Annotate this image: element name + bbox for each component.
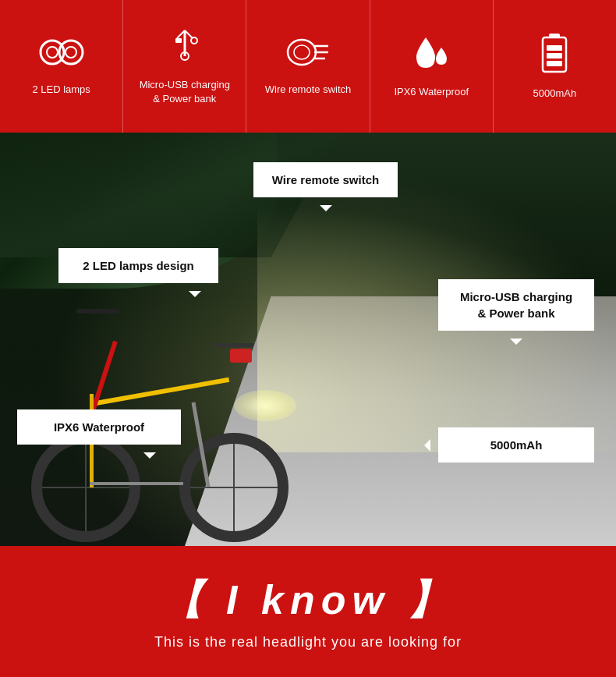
svg-rect-7 bbox=[175, 38, 182, 43]
seat bbox=[76, 309, 119, 314]
callout-battery-label: 5000mAh bbox=[490, 438, 543, 452]
callout-wire-label: Wire remote switch bbox=[272, 173, 379, 186]
led-icon bbox=[38, 35, 85, 75]
footer-subtitle: This is the real headlight you are looki… bbox=[154, 634, 462, 650]
banner-label-usb: Micro-USB charging& Power bank bbox=[140, 78, 230, 106]
bike-section: Wire remote switch 2 LED lamps design Mi… bbox=[0, 133, 616, 546]
battery-icon bbox=[539, 31, 570, 79]
banner-label-switch: Wire remote switch bbox=[265, 83, 352, 97]
banner-item-battery: 5000mAh bbox=[494, 0, 616, 133]
banner-label-battery: 5000mAh bbox=[533, 87, 577, 101]
svg-rect-17 bbox=[547, 61, 562, 66]
headlight-glow bbox=[234, 390, 296, 421]
svg-rect-16 bbox=[549, 34, 560, 38]
callout-usb-label: Micro-USB charging& Power bank bbox=[460, 290, 572, 320]
waterproof-icon bbox=[410, 34, 453, 77]
switch-icon bbox=[285, 35, 331, 75]
banner-item-led: 2 LED lamps bbox=[0, 0, 123, 133]
footer-title: 【 I know 】 bbox=[162, 573, 455, 628]
callout-ipx6: IPX6 Waterproof bbox=[17, 409, 181, 445]
chain-stay bbox=[90, 482, 183, 485]
usb-icon bbox=[169, 27, 200, 70]
svg-point-3 bbox=[65, 47, 76, 58]
svg-rect-18 bbox=[547, 53, 562, 58]
top-banner: 2 LED lamps Micro-USB charging& Power ba… bbox=[0, 0, 616, 133]
callout-ipx6-label: IPX6 Waterproof bbox=[54, 420, 144, 434]
callout-led-lamps: 2 LED lamps design bbox=[58, 248, 218, 283]
banner-item-usb: Micro-USB charging& Power bank bbox=[123, 0, 246, 133]
banner-label-waterproof: IPX6 Waterproof bbox=[394, 85, 469, 99]
svg-point-10 bbox=[288, 40, 316, 65]
callout-battery: 5000mAh bbox=[438, 427, 594, 463]
headlight-unit bbox=[230, 349, 252, 363]
wheel-front bbox=[179, 433, 289, 542]
wheel-rear bbox=[31, 433, 140, 542]
callout-wire-remote: Wire remote switch bbox=[253, 162, 398, 197]
callout-led-label: 2 LED lamps design bbox=[83, 259, 194, 272]
callout-usb-charging: Micro-USB charging& Power bank bbox=[438, 279, 594, 331]
banner-item-switch: Wire remote switch bbox=[246, 0, 370, 133]
svg-point-8 bbox=[191, 37, 197, 44]
svg-point-11 bbox=[294, 45, 310, 59]
svg-point-2 bbox=[47, 47, 58, 58]
svg-rect-19 bbox=[547, 45, 562, 51]
banner-label-led: 2 LED lamps bbox=[32, 83, 90, 97]
handlebar bbox=[214, 343, 253, 347]
banner-item-waterproof: IPX6 Waterproof bbox=[370, 0, 494, 133]
bottom-section: 【 I know 】 This is the real headlight yo… bbox=[0, 546, 616, 677]
